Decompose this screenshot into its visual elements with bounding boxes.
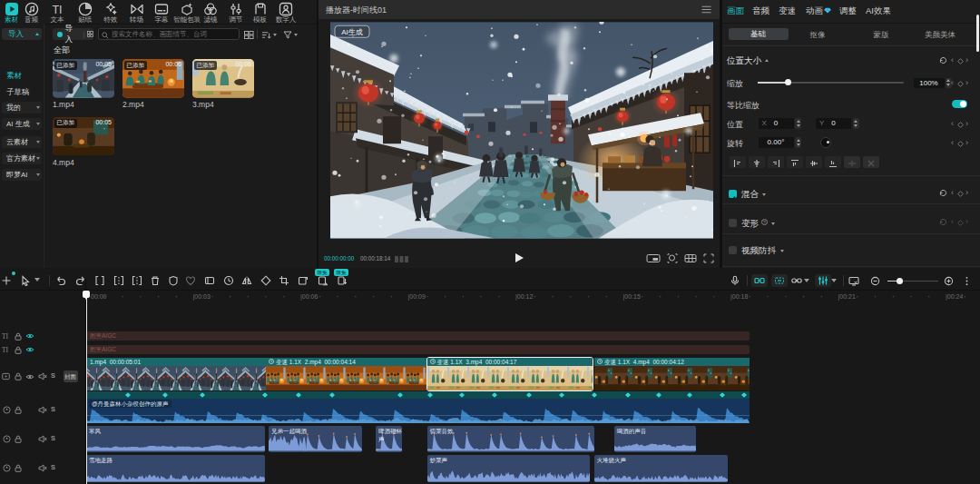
- svg-text:|00:09: |00:09: [408, 293, 426, 301]
- svg-text:|00:03: |00:03: [193, 293, 211, 301]
- svg-text:AI生成: AI生成: [341, 28, 363, 36]
- svg-text:|00:12: |00:12: [515, 293, 533, 301]
- svg-text:|00:15: |00:15: [623, 293, 641, 301]
- svg-text:|00:18: |00:18: [730, 293, 748, 301]
- svg-text:TI: TI: [52, 4, 62, 16]
- svg-text:|00:21: |00:21: [838, 293, 856, 301]
- svg-text:|00:24: |00:24: [946, 293, 963, 301]
- svg-text:|00:06: |00:06: [300, 293, 318, 301]
